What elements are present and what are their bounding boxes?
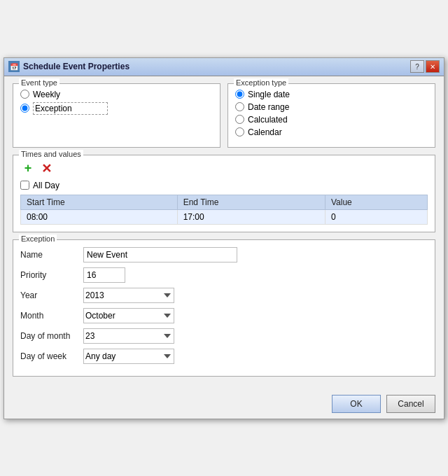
date-range-radio[interactable]	[235, 102, 244, 111]
name-row: Name	[20, 247, 428, 262]
weekly-radio-row: Weekly	[20, 90, 213, 99]
calculated-radio[interactable]	[235, 115, 244, 124]
allday-label: All Day	[33, 181, 59, 190]
calendar-label: Calendar	[248, 127, 282, 137]
add-time-button[interactable]: +	[20, 161, 36, 176]
single-date-label: Single date	[248, 90, 290, 99]
times-table-body: 08:00 17:00 0	[21, 209, 428, 224]
ok-button[interactable]: OK	[332, 395, 381, 413]
close-button[interactable]: ✕	[426, 60, 440, 73]
start-time-cell: 08:00	[21, 209, 178, 224]
single-date-radio[interactable]	[235, 90, 244, 99]
day-row: Day of month 1234 5678 9101112 13141516 …	[20, 328, 428, 344]
titlebar-buttons: ? ✕	[410, 60, 440, 73]
exception-type-label: Exception type	[234, 78, 288, 87]
exception-type-group: Exception type Single date Date range Ca…	[227, 83, 435, 148]
times-values-group: Times and values + ✕ All Day Start Time …	[13, 155, 435, 232]
cancel-button[interactable]: Cancel	[386, 395, 435, 413]
times-values-label: Times and values	[19, 150, 83, 158]
single-date-row: Single date	[235, 90, 428, 99]
month-select[interactable]: JanuaryFebruaryMarch AprilMayJune JulyAu…	[83, 308, 174, 323]
value-cell: 0	[325, 209, 427, 224]
calendar-radio[interactable]	[235, 127, 244, 136]
dialog-window: 📅 Schedule Event Properties ? ✕ Event ty…	[4, 57, 444, 419]
calculated-row: Calculated	[235, 115, 428, 125]
end-time-cell: 17:00	[177, 209, 325, 224]
dow-row: Day of week Any day MondayTuesdayWednesd…	[20, 349, 428, 364]
priority-input[interactable]	[83, 267, 125, 283]
exception-radio[interactable]	[20, 104, 29, 113]
date-range-label: Date range	[248, 102, 289, 112]
titlebar: 📅 Schedule Event Properties ? ✕	[4, 58, 444, 76]
titlebar-left: 📅 Schedule Event Properties	[8, 61, 130, 72]
month-row: Month JanuaryFebruaryMarch AprilMayJune …	[20, 308, 428, 323]
weekly-radio[interactable]	[20, 90, 29, 99]
date-range-row: Date range	[235, 102, 428, 112]
dow-select[interactable]: Any day MondayTuesdayWednesday ThursdayF…	[83, 349, 174, 364]
name-label: Name	[20, 250, 83, 260]
day-label: Day of month	[20, 331, 83, 341]
col-start-time: Start Time	[21, 195, 178, 209]
month-label: Month	[20, 311, 83, 321]
remove-time-button[interactable]: ✕	[38, 161, 54, 176]
priority-row: Priority	[20, 267, 428, 283]
exception-group: Exception Name Priority Year 2012 2013 2…	[13, 239, 435, 377]
year-select[interactable]: 2012 2013 2014 2015	[83, 288, 174, 303]
table-row: 08:00 17:00 0	[21, 209, 428, 224]
col-end-time: End Time	[177, 195, 325, 209]
help-button[interactable]: ?	[410, 60, 424, 73]
day-select[interactable]: 1234 5678 9101112 13141516 17181920 2122…	[83, 328, 174, 344]
top-section: Event type Weekly Exception Exception ty…	[13, 83, 435, 148]
priority-label: Priority	[20, 270, 83, 280]
times-table-header: Start Time End Time Value	[21, 195, 428, 209]
dow-label: Day of week	[20, 351, 83, 361]
exception-radio-row: Exception	[20, 102, 213, 115]
window-title: Schedule Event Properties	[23, 62, 130, 71]
year-row: Year 2012 2013 2014 2015	[20, 288, 428, 303]
event-type-label: Event type	[19, 78, 59, 87]
exception-label-text: Exception	[33, 102, 108, 115]
allday-row: All Day	[20, 181, 428, 190]
name-input[interactable]	[83, 247, 237, 262]
exception-radio-label: Exception	[33, 102, 108, 115]
year-label: Year	[20, 290, 83, 300]
times-table: Start Time End Time Value 08:00 17:00 0	[20, 195, 428, 225]
dialog-content: Event type Weekly Exception Exception ty…	[4, 76, 444, 391]
calculated-label: Calculated	[248, 115, 288, 125]
event-type-group: Event type Weekly Exception	[13, 83, 220, 148]
calendar-row: Calendar	[235, 127, 428, 137]
bottom-buttons: OK Cancel	[4, 391, 444, 419]
allday-checkbox[interactable]	[20, 181, 29, 190]
weekly-label: Weekly	[33, 90, 60, 99]
window-icon: 📅	[8, 61, 20, 72]
exception-group-label: Exception	[19, 234, 57, 243]
col-value: Value	[325, 195, 427, 209]
times-toolbar: + ✕	[20, 161, 428, 176]
